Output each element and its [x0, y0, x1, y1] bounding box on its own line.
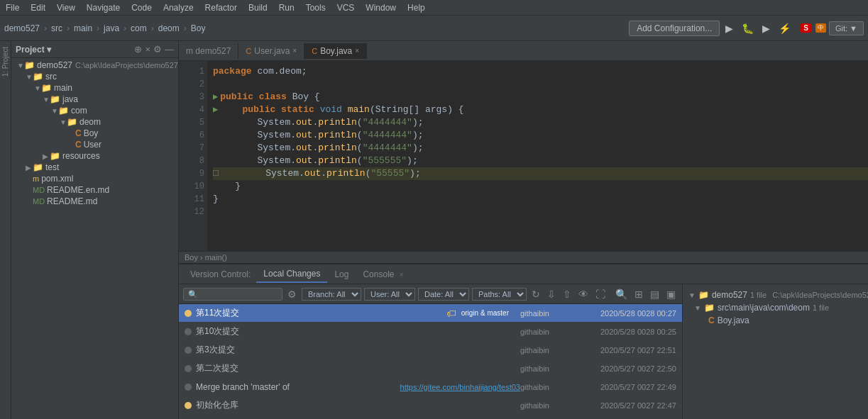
breadcrumb-com[interactable]: com	[131, 23, 147, 33]
commit-link-5[interactable]: https://gitee.com/binhaijiang/test03	[400, 383, 520, 391]
menu-refactor[interactable]: Refactor	[199, 1, 243, 14]
breadcrumb-boy[interactable]: Boy	[191, 23, 206, 33]
tree-item-readme[interactable]: ▼ MD README.md	[11, 196, 178, 207]
folder-resources-icon: 📁	[50, 151, 60, 161]
coverage-button[interactable]: ▶	[759, 21, 773, 35]
menu-tools[interactable]: Tools	[300, 1, 331, 14]
code-line-7: System.out.println("4444444");	[213, 142, 868, 155]
commit-toolbar: ⚙ Branch: All User: All Date: All Paths:…	[179, 284, 682, 304]
commit-row-7[interactable]: Initial commit jianghaibin* 2020/5/27 00…	[179, 415, 682, 419]
breadcrumb-main[interactable]: main	[74, 23, 92, 33]
date-filter[interactable]: Date: All	[418, 288, 469, 301]
tree-item-demo527[interactable]: ▼ 📁 demo527 C:\apk\IdeaProjects\demo527	[11, 60, 178, 71]
editor-area: m demo527 C User.java × C Boy.java × 123…	[179, 41, 868, 263]
tab-log[interactable]: Log	[327, 267, 356, 282]
push-button[interactable]: ⇧	[561, 289, 573, 300]
refresh-button[interactable]: ↻	[529, 289, 542, 300]
menu-navigate[interactable]: Navigate	[81, 1, 126, 14]
tree-item-com[interactable]: ▼ 📁 com	[11, 105, 178, 116]
eye-button[interactable]: 👁	[576, 289, 590, 300]
tab-boy-java[interactable]: C Boy.java ×	[304, 43, 367, 59]
breadcrumb-deom[interactable]: deom	[158, 23, 180, 33]
folder-src-icon: 📁	[33, 72, 43, 82]
commit-row-2[interactable]: 第10次提交 githaibin 2020/5/28 0028 00:25	[179, 323, 682, 341]
layout-toggle-2[interactable]: ▤	[648, 289, 661, 300]
tab-demo527[interactable]: m demo527	[179, 43, 238, 59]
menu-edit[interactable]: Edit	[25, 1, 51, 14]
commit-row-3[interactable]: 第3次提交 githaibin 2020/5/27 0027 22:51	[179, 341, 682, 359]
menu-file[interactable]: File	[0, 1, 25, 14]
menu-analyze[interactable]: Analyze	[158, 1, 199, 14]
code-editor[interactable]: package com.deom; ▶ public class Boy { ▶…	[207, 61, 868, 251]
menu-view[interactable]: View	[51, 1, 81, 14]
menu-window[interactable]: Window	[360, 1, 402, 14]
tree-item-user[interactable]: ▼ C User	[11, 139, 178, 150]
layout-toggle-3[interactable]: ▣	[664, 289, 678, 300]
commit-search-button[interactable]: 🔍	[613, 289, 630, 300]
tab-local-changes[interactable]: Local Changes	[256, 266, 327, 283]
tree-item-resources[interactable]: ▶ 📁 resources	[11, 150, 178, 162]
branch-filter[interactable]: Branch: All	[302, 288, 361, 301]
menu-build[interactable]: Build	[243, 1, 273, 14]
menu-vcs[interactable]: VCS	[331, 1, 361, 14]
folder-icon: 📁	[24, 60, 35, 70]
tree-item-java[interactable]: ▼ 📁 java	[11, 94, 178, 105]
commit-row-6[interactable]: 初始化仓库 githaibin 2020/5/27 0027 22:47	[179, 396, 682, 415]
layout-toggle-1[interactable]: ⊞	[632, 289, 645, 300]
line-numbers: 12345 678910 1112	[179, 61, 207, 251]
menu-help[interactable]: Help	[402, 1, 431, 14]
breadcrumb-demo527[interactable]: demo527	[4, 23, 40, 33]
close-panel-button[interactable]: ×	[145, 44, 150, 55]
java-icon-boy: C	[312, 47, 317, 55]
commit-row-4[interactable]: 第二次提交 githaibin 2020/5/27 0027 22:50	[179, 359, 682, 378]
tree-item-src[interactable]: ▼ 📁 src	[11, 71, 178, 82]
breadcrumb-src[interactable]: src	[51, 23, 62, 33]
menu-code[interactable]: Code	[126, 1, 158, 14]
project-strip-btn[interactable]: 1: Project	[0, 44, 11, 79]
menu-run[interactable]: Run	[273, 1, 300, 14]
paths-filter[interactable]: Paths: All	[472, 288, 527, 301]
commit-row-1[interactable]: 第11次提交 🏷 origin & master githaibin 2020/…	[179, 304, 682, 323]
expand-button[interactable]: ⛶	[593, 289, 608, 300]
tree-item-test[interactable]: ▶ 📁 test	[11, 162, 178, 173]
tree-item-readme-en[interactable]: ▼ MD README.en.md	[11, 184, 178, 196]
fetch-button[interactable]: ⇩	[545, 289, 558, 300]
add-module-button[interactable]: ⊕	[134, 44, 142, 55]
breadcrumb-java[interactable]: java	[104, 23, 119, 33]
tree-item-pom[interactable]: ▼ m pom.xml	[11, 173, 178, 184]
commit-search-input[interactable]	[183, 288, 282, 301]
commit-date-4: 2020/5/27 0027 22:50	[584, 364, 676, 373]
commit-msg-4: 第二次提交	[196, 362, 520, 374]
add-configuration-button[interactable]: Add Configuration...	[629, 21, 720, 36]
tree-item-deom[interactable]: ▼ 📁 deom	[11, 116, 178, 128]
tab-user-java[interactable]: C User.java ×	[238, 43, 304, 59]
tree-item-main[interactable]: ▼ 📁 main	[11, 82, 178, 94]
debug-button[interactable]: 🐛	[739, 21, 757, 35]
user-filter[interactable]: User: All	[364, 288, 415, 301]
file-change-sub[interactable]: ▼ 📁 src\main\java\com\deom 1 file	[683, 301, 868, 314]
run-marker-4[interactable]: ▶	[213, 104, 218, 116]
tab-close-boy[interactable]: ×	[355, 47, 359, 55]
java-icon-user: C	[246, 47, 251, 55]
run-button[interactable]: ▶	[723, 21, 736, 35]
folder-main-icon: 📁	[41, 83, 52, 93]
tab-console[interactable]: Console ×	[356, 267, 410, 282]
tab-close-user[interactable]: ×	[292, 47, 297, 55]
root-file-count: 1 file	[750, 291, 767, 299]
minimize-button[interactable]: —	[165, 44, 174, 55]
tab-label-user: User.java	[254, 46, 290, 56]
commit-date-5: 2020/5/27 0027 22:49	[584, 383, 676, 391]
commit-date-3: 2020/5/27 0027 22:51	[584, 346, 676, 354]
commit-dot-6	[185, 402, 192, 409]
tab-console-close[interactable]: ×	[400, 271, 404, 279]
commit-row-5[interactable]: Merge branch 'master' of https://gitee.c…	[179, 378, 682, 396]
settings-icon-button[interactable]: ⚙	[285, 289, 299, 300]
git-button[interactable]: Git: ▼	[829, 21, 864, 35]
run-marker-3[interactable]: ▶	[213, 91, 218, 104]
file-item-boy-java[interactable]: C Boy.java	[683, 314, 868, 327]
commit-msg-2: 第10次提交	[196, 325, 520, 337]
file-change-root[interactable]: ▼ 📁 demo527 1 file C:\apk\IdeaProjects\d…	[683, 289, 868, 301]
profile-button[interactable]: ⚡	[776, 21, 793, 35]
tree-item-boy[interactable]: ▼ C Boy	[11, 128, 178, 139]
gear-icon-button[interactable]: ⚙	[153, 44, 162, 55]
